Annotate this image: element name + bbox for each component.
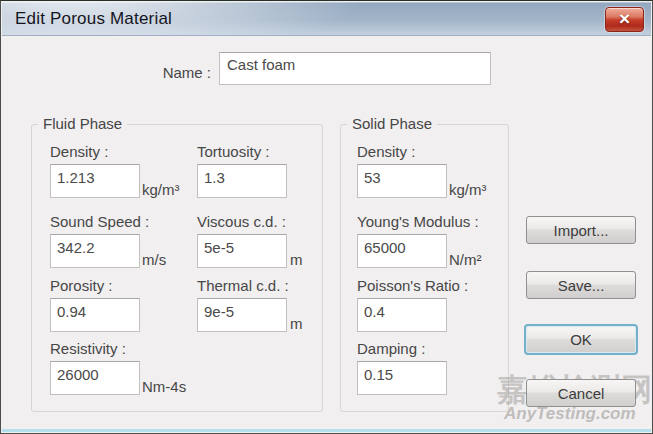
youngs-modulus-unit: N/m²	[449, 251, 482, 268]
resistivity-unit: Nm-4s	[142, 378, 186, 395]
damping-input[interactable]	[357, 361, 447, 395]
save-button[interactable]: Save...	[526, 271, 636, 299]
thermal-cd-label: Thermal c.d. :	[197, 277, 289, 294]
sound-speed-label: Sound Speed :	[50, 213, 149, 230]
resistivity-label: Resistivity :	[50, 340, 126, 357]
name-input[interactable]	[219, 52, 491, 85]
import-button[interactable]: Import...	[526, 216, 636, 244]
viscous-cd-unit: m	[290, 251, 303, 268]
close-button[interactable]: ×	[605, 7, 644, 32]
solid-density-label: Density :	[357, 143, 415, 160]
edit-porous-material-dialog: Edit Porous Material × Name : Fluid Phas…	[0, 0, 653, 434]
fluid-density-input[interactable]	[50, 164, 140, 198]
title-bar[interactable]: Edit Porous Material ×	[2, 2, 651, 36]
poissons-ratio-label: Poisson's Ratio :	[357, 277, 468, 294]
viscous-cd-input[interactable]	[197, 234, 287, 268]
fluid-density-unit: kg/m³	[142, 181, 180, 198]
fluid-density-label: Density :	[50, 143, 108, 160]
tortuosity-label: Tortuosity :	[197, 143, 270, 160]
thermal-cd-unit: m	[290, 315, 303, 332]
viscous-cd-label: Viscous c.d. :	[197, 213, 286, 230]
cancel-button[interactable]: Cancel	[526, 379, 636, 407]
solid-phase-legend: Solid Phase	[347, 115, 437, 132]
ok-button[interactable]: OK	[524, 324, 638, 355]
solid-density-input[interactable]	[357, 164, 447, 198]
poissons-ratio-input[interactable]	[357, 298, 447, 332]
name-label: Name :	[151, 64, 211, 81]
fluid-phase-group: Fluid Phase Density : kg/m³ Sound Speed …	[31, 124, 323, 412]
thermal-cd-input[interactable]	[197, 298, 287, 332]
watermark-en: AnyTesting.com	[504, 404, 636, 424]
sound-speed-input[interactable]	[50, 234, 140, 268]
sound-speed-unit: m/s	[142, 251, 166, 268]
solid-density-unit: kg/m³	[449, 181, 487, 198]
fluid-phase-legend: Fluid Phase	[38, 115, 127, 132]
porosity-label: Porosity :	[50, 277, 113, 294]
porosity-input[interactable]	[50, 298, 140, 332]
solid-phase-group: Solid Phase Density : kg/m³ Young's Modu…	[340, 124, 509, 412]
dialog-title: Edit Porous Material	[15, 9, 172, 29]
close-icon: ×	[619, 8, 630, 29]
damping-label: Damping :	[357, 340, 425, 357]
tortuosity-input[interactable]	[197, 164, 287, 198]
resistivity-input[interactable]	[50, 361, 140, 395]
window-bottom-accent	[2, 429, 651, 432]
youngs-modulus-input[interactable]	[357, 234, 447, 268]
youngs-modulus-label: Young's Modulus :	[357, 213, 479, 230]
